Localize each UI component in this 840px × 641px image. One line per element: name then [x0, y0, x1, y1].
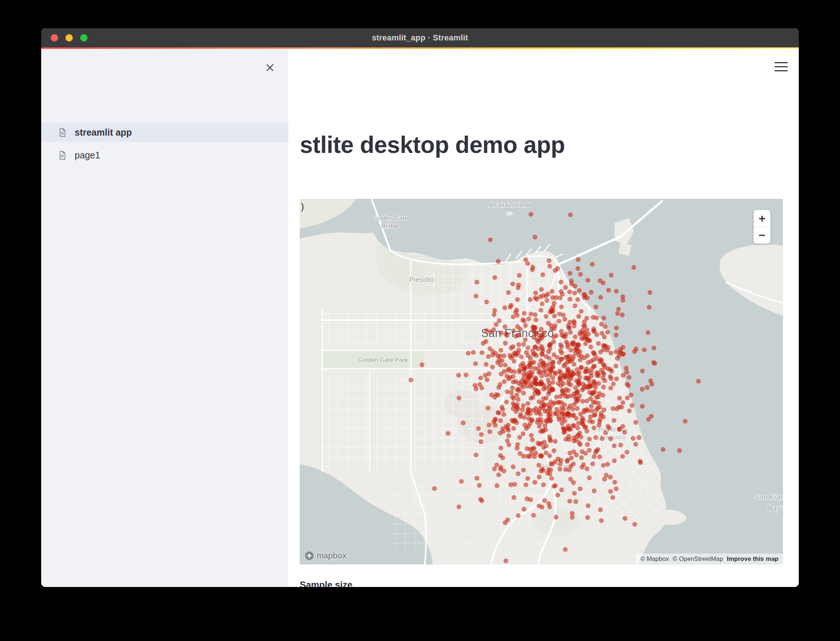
mapbox-logo-text: mapbox: [317, 551, 346, 560]
osm-attribution-link[interactable]: © OpenStreetMap: [673, 556, 723, 563]
file-icon: [57, 150, 67, 160]
traffic-lights: [51, 28, 87, 47]
map[interactable]: Alcatraz IslandGolden GateBridgePresidio…: [300, 199, 783, 565]
svg-text:San Francisco: San Francisco: [754, 493, 783, 501]
improve-map-link[interactable]: Improve this map: [727, 556, 779, 563]
sample-size-label: Sample size: [300, 580, 352, 587]
minimize-window-button[interactable]: [65, 34, 73, 42]
zoom-out-button[interactable]: −: [754, 227, 771, 244]
main-menu-button[interactable]: [775, 62, 788, 71]
sidebar-close-button[interactable]: [262, 60, 278, 75]
file-icon: [57, 127, 67, 137]
map-attribution: © Mapbox © OpenStreetMap Improve this ma…: [636, 554, 783, 565]
sidebar-item-streamlit-app[interactable]: streamlit app: [41, 123, 288, 142]
sidebar-item-label: streamlit app: [75, 127, 132, 138]
title-bar: streamlit_app · Streamlit: [41, 28, 799, 47]
svg-text:Presidio: Presidio: [409, 276, 433, 283]
close-window-button[interactable]: [51, 34, 58, 42]
svg-text:Alcatraz Island: Alcatraz Island: [489, 201, 530, 208]
hamburger-icon: [775, 62, 788, 63]
page-title: stlite desktop demo app: [300, 131, 565, 158]
app-window: streamlit_app · Streamlit: [41, 28, 799, 587]
map-zoom-control: + −: [754, 210, 771, 244]
hamburger-icon: [775, 70, 788, 71]
sidebar-item-page1[interactable]: page1: [41, 145, 288, 165]
window-title: streamlit_app · Streamlit: [372, 33, 468, 43]
close-icon: [265, 63, 275, 73]
sidebar-item-label: page1: [75, 150, 100, 161]
sidebar: streamlit app page1: [41, 49, 288, 587]
map-canvas: Alcatraz IslandGolden GateBridgePresidio…: [300, 199, 783, 565]
svg-text:Bay: Bay: [768, 504, 781, 512]
hamburger-icon: [775, 66, 788, 67]
main-area: stlite desktop demo app: [288, 49, 799, 587]
stray-text: ): [301, 201, 304, 213]
mapbox-logo[interactable]: mapbox: [304, 551, 346, 561]
content-area: streamlit app page1: [41, 49, 799, 587]
svg-text:Golden Gate Park: Golden Gate Park: [358, 356, 408, 364]
mapbox-attribution-link[interactable]: © Mapbox: [640, 556, 669, 563]
page-nav: streamlit app page1: [41, 123, 288, 168]
mapbox-logo-icon: [304, 551, 315, 561]
zoom-window-button[interactable]: [80, 34, 87, 42]
zoom-in-button[interactable]: +: [754, 210, 771, 227]
